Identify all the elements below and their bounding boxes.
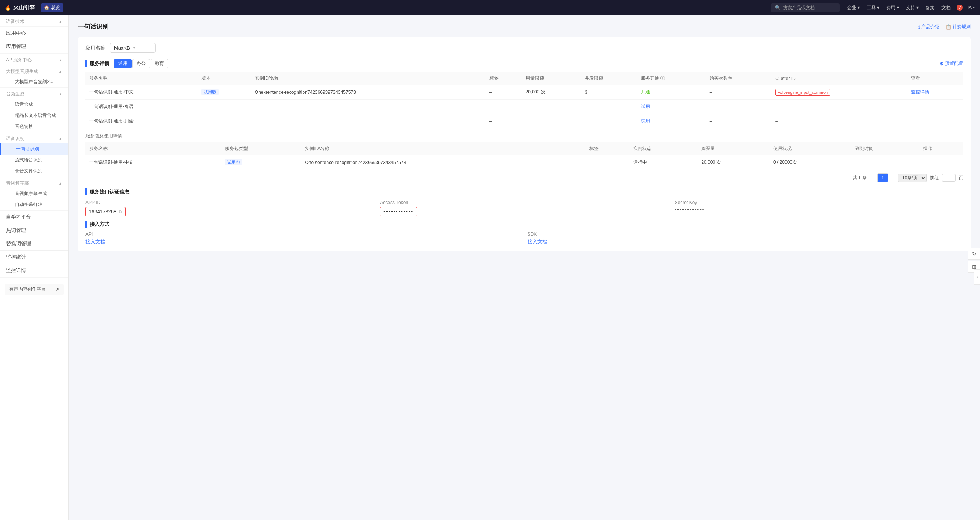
- pagination-goto-input[interactable]: [942, 174, 956, 182]
- notification-badge[interactable]: 7: [957, 5, 963, 11]
- sdk-doc-link[interactable]: 接入文档: [528, 239, 547, 245]
- td-instance-id-2: [251, 100, 486, 114]
- sidebar-item-monitor[interactable]: 监控统计: [0, 251, 68, 264]
- pkg-th-usage: 使用状况: [769, 142, 851, 155]
- dot-icon-6: ·: [12, 158, 13, 163]
- pkg-td-type-1: 试用包: [221, 155, 301, 170]
- sidebar-item-long-text-synthesis[interactable]: · 精品长文本语音合成: [0, 110, 68, 121]
- pagination-current-page[interactable]: 1: [877, 173, 888, 182]
- product-intro-link[interactable]: ℹ 产品介绍: [918, 24, 940, 30]
- sidebar-item-replace[interactable]: 替换词管理: [0, 237, 68, 251]
- menu-docs[interactable]: 文档: [941, 5, 951, 11]
- copy-app-id-icon[interactable]: ⧉: [119, 209, 122, 214]
- service-detail-title: 服务详情: [85, 60, 109, 67]
- page-title: 一句话识别: [78, 23, 108, 31]
- sidebar-item-auto-subtitle[interactable]: · 自动字幕打轴: [0, 199, 68, 210]
- tab-general[interactable]: 通用: [114, 59, 132, 68]
- th-service-open: 服务开通 ⓘ: [637, 72, 706, 85]
- sdk-label: SDK: [528, 232, 964, 237]
- app-id-box: 1694173268 ⧉: [85, 207, 126, 216]
- pagination: 共 1 条 ： 1 ... 10条/页 20条/页 50条/页 前往 页: [85, 173, 963, 182]
- sidebar-llm-label: 大模型音频生成: [6, 68, 38, 75]
- sidebar-video-subtitle-label: 音视频字幕: [6, 180, 29, 187]
- content-card: 应用名称 MaxKB ▾ 服务详情 通用 办公 教育: [78, 37, 971, 251]
- sidebar-item-subtitle-gen[interactable]: · 音视频字幕生成: [0, 188, 68, 199]
- th-purchase-package: 购买次数包: [706, 72, 772, 85]
- home-nav[interactable]: 🏠 总览: [41, 3, 63, 12]
- sidebar-item-hotword[interactable]: 热词管理: [0, 224, 68, 237]
- tab-education[interactable]: 教育: [151, 59, 168, 68]
- api-label: API: [85, 232, 521, 237]
- home-icon: 🏠: [44, 5, 50, 10]
- sidebar-audio-gen-header[interactable]: 音频生成 ▲: [0, 88, 68, 99]
- top-menu: 企业 ▾ 工具 ▾ 费用 ▾ 支持 ▾ 备案 文档: [847, 5, 951, 11]
- sidebar-item-model-voice[interactable]: · 大模型声音复刻2.0: [0, 76, 68, 87]
- pagination-per-page-select[interactable]: 10条/页 20条/页 50条/页: [898, 174, 927, 182]
- float-btn-refresh[interactable]: ↻: [968, 248, 980, 260]
- sidebar-speech-rec-header[interactable]: 语音识别 ▲: [0, 132, 68, 143]
- td-version-2: [198, 100, 251, 114]
- sidebar-llm-header[interactable]: 大模型音频生成 ▲: [0, 65, 68, 76]
- preset-config-action[interactable]: ⚙ 预置配置: [940, 60, 963, 67]
- pkg-th-label: 标签: [586, 142, 629, 155]
- service-detail-header: 服务详情 通用 办公 教育 ⚙ 预置配置: [85, 59, 963, 68]
- td-view-1[interactable]: 监控详情: [907, 85, 963, 100]
- sidebar-item-one-sentence[interactable]: · 一句话识别: [0, 143, 68, 155]
- sidebar-ext-platform[interactable]: 有声内容创作平台 ↗: [5, 284, 64, 295]
- video-collapse-icon: ▲: [58, 181, 62, 185]
- sidebar-speech-rec-section: 语音识别 ▲ · 一句话识别 · 流式语音识别 · 录音文件识别: [0, 132, 68, 177]
- dot-icon-8: ·: [12, 191, 13, 196]
- pkg-th-expire-time: 到期时间: [851, 142, 919, 155]
- sidebar-item-monitor-detail[interactable]: 监控详情: [0, 264, 68, 277]
- float-btn-expand[interactable]: ‹: [974, 269, 980, 285]
- sidebar-item-streaming[interactable]: · 流式语音识别: [0, 155, 68, 166]
- user-label[interactable]: IA ~: [967, 5, 975, 10]
- menu-enterprise[interactable]: 企业 ▾: [847, 5, 860, 11]
- menu-tools[interactable]: 工具 ▾: [867, 5, 879, 11]
- service-package-table-head: 服务名称 服务包类型 实例ID/名称 标签 实例状态 购买量 使用状况 到期时间…: [85, 142, 963, 155]
- top-navigation: 🔥 火山引擎 🏠 总览 🔍 搜索产品或文档 企业 ▾ 工具 ▾ 费用 ▾ 支持 …: [0, 0, 980, 15]
- th-view: 查看: [907, 72, 963, 85]
- tab-office[interactable]: 办公: [132, 59, 150, 68]
- sidebar-item-tone-transfer[interactable]: · 音色转换: [0, 121, 68, 132]
- sidebar-item-app-center[interactable]: 应用中心: [0, 27, 68, 40]
- table-row: 一句话识别-通用-中文 试用包 One-sentence-recognition…: [85, 155, 963, 170]
- service-detail-table: 服务名称 版本 实例ID/名称 标签 用量限额 并发限额 服务开通 ⓘ 购买次数…: [85, 72, 963, 128]
- sidebar-api-header[interactable]: API服务中心 ▲: [0, 54, 68, 65]
- access-method-title: 接入方式: [85, 221, 963, 228]
- menu-filing[interactable]: 备案: [925, 5, 935, 11]
- sidebar-speech-tech-header[interactable]: 语音技术 ▲: [0, 15, 68, 26]
- menu-support[interactable]: 支持 ▾: [906, 5, 919, 11]
- pkg-td-usage-1: 0 / 20000次: [769, 155, 851, 170]
- sidebar-item-speech-synthesis[interactable]: · 语音合成: [0, 99, 68, 110]
- app-name-select[interactable]: MaxKB ▾: [110, 43, 156, 53]
- global-search[interactable]: 🔍 搜索产品或文档: [771, 3, 840, 12]
- app-id-value: 1694173268: [89, 209, 116, 214]
- td-service-name-3: 一句话识别-通用-川渝: [85, 114, 198, 129]
- th-usage-limit: 用量限额: [522, 72, 581, 85]
- th-cluster-id: Cluster ID: [771, 72, 907, 85]
- td-concurrent-limit-1: 3: [581, 85, 637, 100]
- audio-collapse-icon: ▲: [58, 92, 62, 96]
- sidebar-audio-gen-label: 音频生成: [6, 91, 24, 97]
- logo[interactable]: 🔥 火山引擎: [5, 4, 35, 11]
- th-version: 版本: [198, 72, 251, 85]
- sidebar-item-app-manage[interactable]: 应用管理: [0, 40, 68, 53]
- sidebar-video-subtitle-header[interactable]: 音视频字幕 ▲: [0, 177, 68, 188]
- sidebar-item-recording[interactable]: · 录音文件识别: [0, 166, 68, 177]
- collapse-icon: ▲: [58, 19, 62, 24]
- billing-icon: 📋: [946, 24, 951, 30]
- sidebar-audio-gen-section: 音频生成 ▲ · 语音合成 · 精品长文本语音合成 · 音色转换: [0, 88, 68, 132]
- td-label-1: –: [486, 85, 522, 100]
- td-usage-limit-2: [522, 100, 581, 114]
- llm-collapse-icon: ▲: [58, 69, 62, 74]
- dot-icon-3: ·: [12, 113, 13, 118]
- api-doc-link[interactable]: 接入文档: [85, 239, 105, 245]
- sidebar-item-self-learning[interactable]: 自学习平台: [0, 211, 68, 224]
- app-name-row: 应用名称 MaxKB ▾: [85, 43, 963, 53]
- menu-billing[interactable]: 费用 ▾: [886, 5, 899, 11]
- pagination-colon: ：: [870, 175, 874, 181]
- top-right-area: 7 IA ~: [957, 5, 975, 11]
- pkg-td-instance-1: One-sentence-recognition7423669397343457…: [301, 155, 586, 170]
- billing-rules-link[interactable]: 📋 计费规则: [946, 24, 971, 30]
